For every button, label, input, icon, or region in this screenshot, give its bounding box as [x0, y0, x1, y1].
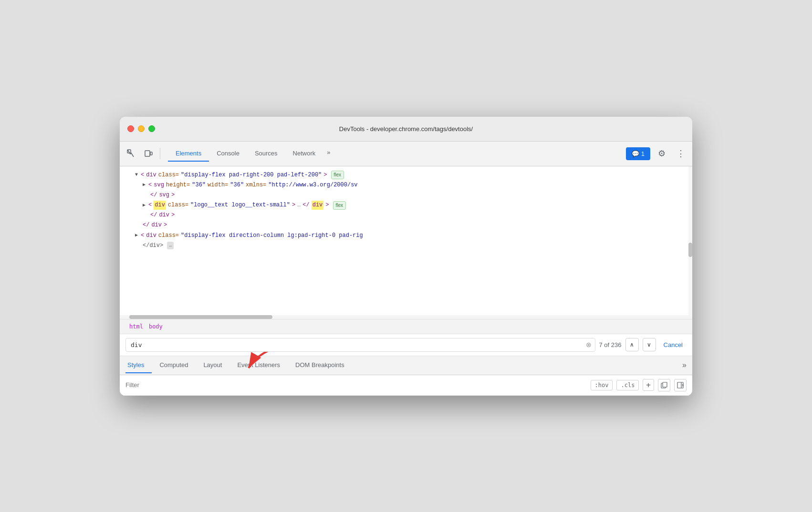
- toggle-sidebar-button[interactable]: [674, 379, 687, 391]
- html-line[interactable]: ▶ <svg height="36" width="36" xmlns="htt…: [120, 180, 692, 190]
- html-line[interactable]: ▼ <div class="display-flex pad-right-200…: [120, 170, 692, 180]
- breadcrumb-body[interactable]: body: [147, 322, 165, 331]
- add-style-rule-button[interactable]: +: [643, 379, 654, 391]
- html-line[interactable]: </div>: [120, 220, 692, 230]
- hov-button[interactable]: :hov: [591, 380, 613, 390]
- minimize-button[interactable]: [138, 125, 145, 132]
- expand-triangle[interactable]: ▶: [135, 232, 138, 239]
- expand-triangle[interactable]: ▼: [135, 171, 138, 179]
- filter-input[interactable]: [125, 381, 587, 389]
- html-line[interactable]: ▶ <div class="logo__text logo__text-smal…: [120, 200, 692, 210]
- toolbar-right: 💬 1 ⚙ ⋮: [626, 146, 688, 161]
- window-title: DevTools - developer.chrome.com/tags/dev…: [339, 125, 473, 133]
- title-bar: DevTools - developer.chrome.com/tags/dev…: [120, 117, 692, 142]
- toolbar-tabs: Elements Console Sources Network »: [168, 146, 624, 162]
- flex-badge: flex: [331, 171, 344, 179]
- chat-button[interactable]: 💬 1: [626, 147, 650, 160]
- html-line[interactable]: </svg>: [120, 190, 692, 200]
- devtools-window: DevTools - developer.chrome.com/tags/dev…: [120, 117, 692, 396]
- device-toolbar-button[interactable]: [141, 146, 156, 161]
- scrollbar-thumb[interactable]: [129, 315, 272, 319]
- html-content: ▼ <div class="display-flex pad-right-200…: [120, 166, 692, 255]
- tab-sources[interactable]: Sources: [247, 146, 285, 162]
- scrollbar-thumb[interactable]: [688, 243, 692, 257]
- breadcrumb-html[interactable]: html: [127, 322, 145, 331]
- copy-styles-button[interactable]: [658, 379, 670, 391]
- search-count: 7 of 236: [599, 341, 622, 348]
- search-input[interactable]: [125, 338, 595, 352]
- tab-console[interactable]: Console: [209, 146, 247, 162]
- svg-rect-1: [145, 151, 150, 156]
- search-bar: ⊗ 7 of 236 ∧ ∨ Cancel: [120, 334, 692, 356]
- close-button[interactable]: [127, 125, 134, 132]
- search-next-button[interactable]: ∨: [643, 338, 656, 351]
- tab-layout[interactable]: Layout: [196, 358, 229, 373]
- more-options-button[interactable]: ⋮: [673, 146, 688, 161]
- elements-panel: ▼ <div class="display-flex pad-right-200…: [120, 166, 692, 319]
- flex-badge: flex: [333, 201, 346, 210]
- tab-network[interactable]: Network: [285, 146, 323, 162]
- more-panels-button[interactable]: »: [682, 361, 687, 369]
- svg-rect-2: [150, 152, 152, 155]
- styles-tabs: Styles Computed Layout Event Listeners D…: [120, 356, 692, 375]
- settings-button[interactable]: ⚙: [654, 146, 669, 161]
- html-line[interactable]: </div> …: [120, 241, 692, 251]
- breadcrumb-bar: html body: [120, 319, 692, 334]
- expand-triangle[interactable]: ▶: [143, 202, 146, 209]
- search-clear-button[interactable]: ⊗: [586, 341, 592, 348]
- vertical-scrollbar[interactable]: [688, 166, 692, 319]
- tab-styles[interactable]: Styles: [125, 358, 152, 373]
- maximize-button[interactable]: [148, 125, 155, 132]
- search-cancel-button[interactable]: Cancel: [660, 339, 687, 350]
- toolbar-separator: [160, 148, 160, 159]
- devtools-toolbar: Elements Console Sources Network » 💬 1 ⚙…: [120, 142, 692, 166]
- svg-rect-6: [677, 382, 683, 388]
- filter-bar: :hov .cls +: [120, 375, 692, 396]
- cls-button[interactable]: .cls: [616, 380, 639, 390]
- tab-elements[interactable]: Elements: [168, 146, 209, 162]
- tab-computed[interactable]: Computed: [152, 358, 196, 373]
- html-line[interactable]: </div>: [120, 210, 692, 220]
- search-input-wrap: ⊗: [125, 338, 595, 352]
- inspect-element-button[interactable]: [124, 146, 139, 161]
- more-tabs-button[interactable]: »: [323, 146, 334, 162]
- horizontal-scrollbar[interactable]: [120, 315, 688, 319]
- svg-rect-5: [663, 382, 667, 387]
- search-prev-button[interactable]: ∧: [625, 338, 639, 351]
- traffic-lights: [127, 125, 155, 132]
- expand-triangle[interactable]: ▶: [143, 181, 146, 189]
- filter-right: :hov .cls +: [591, 379, 687, 391]
- html-line[interactable]: ▶ <div class="display-flex direction-col…: [120, 231, 692, 241]
